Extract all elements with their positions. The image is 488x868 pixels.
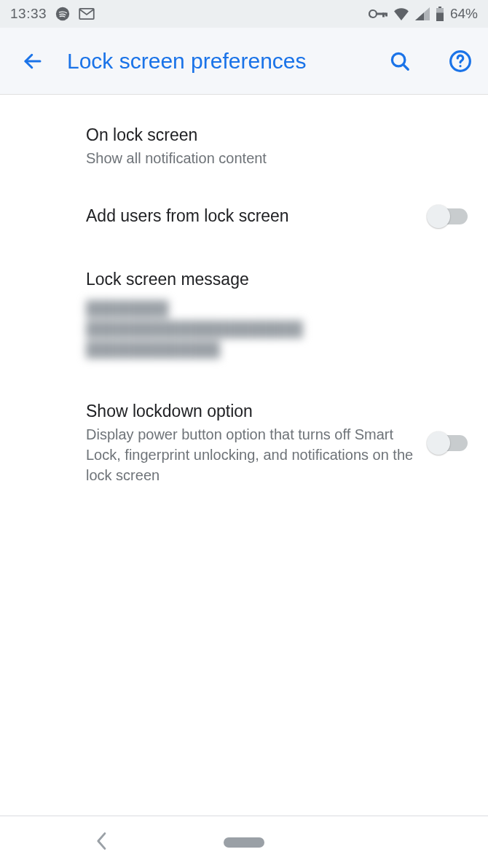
status-time: 13:33 bbox=[10, 6, 47, 22]
svg-rect-8 bbox=[436, 13, 444, 22]
help-button[interactable] bbox=[449, 50, 472, 73]
setting-on-lock-screen[interactable]: On lock screen Show all notification con… bbox=[0, 109, 488, 183]
status-bar: 13:33 64% bbox=[0, 0, 488, 28]
wifi-icon bbox=[393, 7, 409, 20]
search-button[interactable] bbox=[389, 50, 411, 72]
battery-icon bbox=[436, 7, 444, 21]
setting-title: On lock screen bbox=[86, 124, 471, 146]
status-left: 13:33 bbox=[10, 6, 95, 22]
vpn-key-icon bbox=[369, 9, 387, 19]
setting-title: Show lockdown option bbox=[86, 400, 420, 423]
add-users-toggle[interactable] bbox=[428, 208, 468, 224]
spotify-icon bbox=[55, 7, 70, 21]
svg-rect-5 bbox=[385, 13, 387, 17]
lockdown-toggle[interactable] bbox=[428, 435, 468, 451]
setting-title: Add users from lock screen bbox=[86, 205, 420, 227]
app-bar: Lock screen preferences bbox=[0, 28, 488, 95]
status-right: 64% bbox=[369, 6, 478, 22]
svg-rect-6 bbox=[438, 7, 441, 8]
battery-percent: 64% bbox=[450, 6, 478, 22]
svg-point-2 bbox=[369, 10, 377, 17]
svg-rect-4 bbox=[382, 13, 385, 17]
setting-lock-message[interactable]: Lock screen message ████████ ███████████… bbox=[0, 249, 488, 378]
setting-subtitle: Show all notification content bbox=[86, 148, 471, 168]
setting-add-users[interactable]: Add users from lock screen bbox=[0, 183, 488, 249]
setting-subtitle: Display power button option that turns o… bbox=[86, 424, 420, 485]
settings-list: On lock screen Show all notification con… bbox=[0, 95, 488, 529]
setting-title: Lock screen message bbox=[86, 268, 471, 291]
svg-point-11 bbox=[459, 65, 461, 67]
gmail-icon bbox=[79, 8, 95, 20]
page-title: Lock screen preferences bbox=[67, 49, 351, 74]
nav-back-button[interactable] bbox=[95, 832, 109, 853]
setting-lockdown[interactable]: Show lockdown option Display power butto… bbox=[0, 378, 488, 500]
setting-subtitle-redacted: ████████ █████████████████████ █████████… bbox=[86, 298, 471, 364]
nav-home-pill[interactable] bbox=[224, 837, 264, 848]
cell-signal-icon bbox=[415, 7, 430, 20]
navigation-bar bbox=[0, 816, 488, 868]
back-button[interactable] bbox=[22, 50, 44, 72]
